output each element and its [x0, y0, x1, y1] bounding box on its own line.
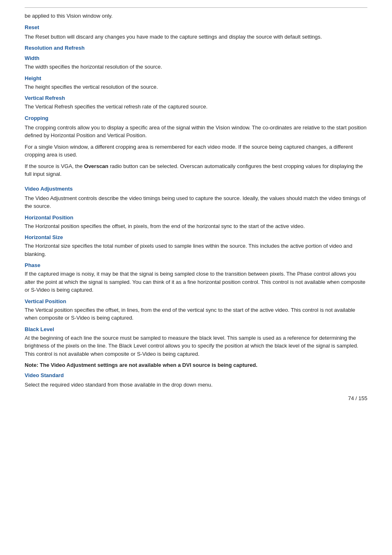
heading-black-level: Black Level [25, 326, 367, 332]
heading-horizontal-size: Horizontal Size [25, 234, 367, 240]
cropping-text-1: The cropping controls allow you to displ… [25, 124, 367, 140]
heading-phase: Phase [25, 262, 367, 268]
heading-resolution-refresh: Resolution and Refresh [25, 45, 367, 51]
heading-video-adjustments: Video Adjustments [25, 186, 367, 192]
black-level-text: At the beginning of each line the source… [25, 334, 367, 358]
section-cropping: Cropping The cropping controls allow you… [25, 115, 367, 178]
page-container: be applied to this Vision window only. R… [0, 0, 392, 410]
heading-vertical-position: Vertical Position [25, 298, 367, 304]
section-video-adjustments: Video Adjustments The Video Adjustment c… [25, 186, 367, 210]
reset-text: The Reset button will discard any change… [25, 33, 367, 41]
heading-horizontal-position: Horizontal Position [25, 214, 367, 221]
section-video-standard: Video Standard Select the required video… [25, 372, 367, 389]
note-text: Note: The Video Adjustment settings are … [25, 362, 367, 368]
cropping-text-2: For a single Vision window, a different … [25, 143, 367, 159]
page-number: 74 / 155 [348, 395, 367, 401]
section-black-level: Black Level At the beginning of each lin… [25, 326, 367, 358]
vertical-position-text: The Vertical position specifies the offs… [25, 306, 367, 322]
section-horizontal-position: Horizontal Position The Horizontal posit… [25, 214, 367, 230]
intro-line: be applied to this Vision window only. [25, 12, 367, 20]
height-text: The height specifies the vertical resolu… [25, 83, 367, 91]
horizontal-position-text: The Horizontal position specifies the of… [25, 222, 367, 230]
section-note: Note: The Video Adjustment settings are … [25, 362, 367, 368]
section-height: Height The height specifies the vertical… [25, 75, 367, 91]
section-horizontal-size: Horizontal Size The Horizontal size spec… [25, 234, 367, 258]
phase-text: If the captured image is noisy, it may b… [25, 270, 367, 294]
heading-height: Height [25, 75, 367, 81]
heading-reset: Reset [25, 24, 367, 30]
section-resolution-refresh: Resolution and Refresh [25, 45, 367, 51]
cropping-text-3: If the source is VGA, the Overscan radio… [25, 162, 367, 178]
video-adjustments-text: The Video Adjustment controls describe t… [25, 194, 367, 210]
section-width: Width The width specifies the horizontal… [25, 55, 367, 71]
heading-width: Width [25, 55, 367, 61]
width-text: The width specifies the horizontal resol… [25, 63, 367, 71]
video-standard-text: Select the required video standard from … [25, 381, 367, 389]
top-border [25, 7, 367, 8]
vertical-refresh-text: The Vertical Refresh specifies the verti… [25, 103, 367, 111]
section-reset: Reset The Reset button will discard any … [25, 24, 367, 41]
heading-video-standard: Video Standard [25, 372, 367, 378]
heading-cropping: Cropping [25, 115, 367, 121]
section-vertical-refresh: Vertical Refresh The Vertical Refresh sp… [25, 95, 367, 111]
horizontal-size-text: The Horizontal size specifies the total … [25, 242, 367, 258]
intro-text: be applied to this Vision window only. [25, 12, 367, 20]
section-phase: Phase If the captured image is noisy, it… [25, 262, 367, 294]
heading-vertical-refresh: Vertical Refresh [25, 95, 367, 101]
section-vertical-position: Vertical Position The Vertical position … [25, 298, 367, 322]
overscan-bold: Overscan [84, 163, 108, 169]
